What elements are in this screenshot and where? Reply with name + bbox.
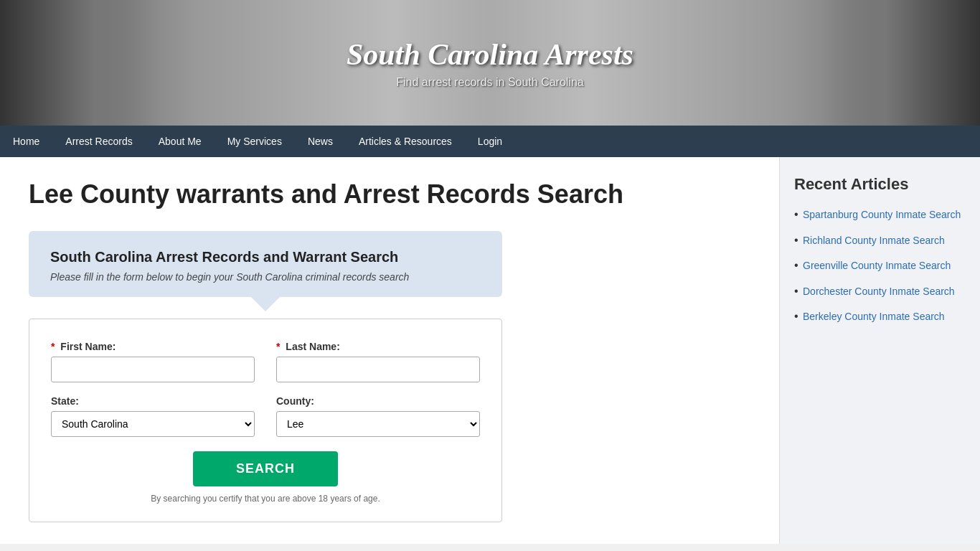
page-title: Lee County warrants and Arrest Records S…	[29, 179, 750, 209]
main-nav: Home Arrest Records About Me My Services…	[0, 126, 980, 157]
nav-articles[interactable]: Articles & Resources	[346, 126, 465, 157]
list-item: Dorchester County Inmate Search	[794, 285, 966, 299]
article-link-richland[interactable]: Richland County Inmate Search	[803, 235, 945, 246]
search-button[interactable]: SEARCH	[193, 451, 338, 486]
state-select[interactable]: South Carolina Alabama Alaska	[51, 411, 255, 437]
last-name-group: * Last Name:	[276, 341, 480, 382]
first-name-required: *	[51, 341, 55, 352]
hands-left-decoration	[0, 0, 158, 126]
recent-articles-list: Spartanburg County Inmate Search Richlan…	[794, 208, 966, 324]
list-item: Richland County Inmate Search	[794, 234, 966, 248]
sidebar: Recent Articles Spartanburg County Inmat…	[779, 157, 980, 544]
main-content: Lee County warrants and Arrest Records S…	[0, 157, 779, 544]
last-name-input[interactable]	[276, 357, 480, 382]
article-link-dorchester[interactable]: Dorchester County Inmate Search	[803, 286, 955, 297]
search-box-subtitle: Please fill in the form below to begin y…	[50, 271, 481, 283]
state-group: State: South Carolina Alabama Alaska	[51, 395, 255, 437]
nav-arrest-records[interactable]: Arrest Records	[52, 126, 145, 157]
county-label: County:	[276, 395, 480, 407]
hands-right-decoration	[822, 0, 980, 126]
article-link-greenville[interactable]: Greenville County Inmate Search	[803, 260, 951, 271]
location-row: State: South Carolina Alabama Alaska Cou…	[51, 395, 480, 437]
article-link-spartanburg[interactable]: Spartanburg County Inmate Search	[803, 209, 961, 220]
nav-login[interactable]: Login	[465, 126, 515, 157]
site-tagline: Find arrest records in South Carolina	[347, 76, 633, 89]
form-disclaimer: By searching you certify that you are ab…	[51, 494, 480, 504]
nav-about-me[interactable]: About Me	[146, 126, 215, 157]
first-name-input[interactable]	[51, 357, 255, 382]
search-box-title: South Carolina Arrest Records and Warran…	[50, 249, 481, 265]
list-item: Spartanburg County Inmate Search	[794, 208, 966, 222]
search-form: * First Name: * Last Name: State:	[29, 319, 502, 522]
first-name-group: * First Name:	[51, 341, 255, 382]
nav-services[interactable]: My Services	[215, 126, 295, 157]
nav-news[interactable]: News	[295, 126, 346, 157]
name-row: * First Name: * Last Name:	[51, 341, 480, 382]
county-select[interactable]: Lee Berkeley Charleston Dorchester Green…	[276, 411, 480, 437]
article-link-berkeley[interactable]: Berkeley County Inmate Search	[803, 311, 945, 322]
last-name-label: * Last Name:	[276, 341, 480, 352]
last-name-required: *	[276, 341, 280, 352]
header-content: South Carolina Arrests Find arrest recor…	[347, 37, 633, 89]
search-box-header: South Carolina Arrest Records and Warran…	[29, 231, 502, 297]
nav-home[interactable]: Home	[0, 126, 52, 157]
state-label: State:	[51, 395, 255, 407]
site-title: South Carolina Arrests	[347, 37, 633, 72]
page-body: Lee County warrants and Arrest Records S…	[0, 157, 980, 544]
county-group: County: Lee Berkeley Charleston Dorchest…	[276, 395, 480, 437]
list-item: Berkeley County Inmate Search	[794, 310, 966, 324]
sidebar-title: Recent Articles	[794, 175, 966, 194]
search-button-row: SEARCH	[51, 451, 480, 486]
first-name-label: * First Name:	[51, 341, 255, 352]
list-item: Greenville County Inmate Search	[794, 259, 966, 273]
site-header: South Carolina Arrests Find arrest recor…	[0, 0, 980, 126]
